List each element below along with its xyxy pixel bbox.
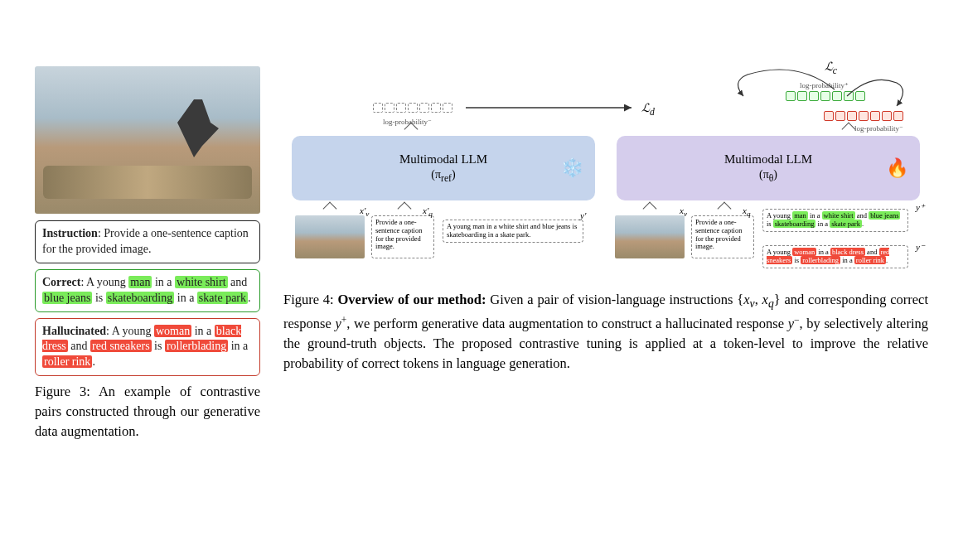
var-y-neg: y⁻ (916, 242, 925, 253)
loss-d-label: ℒd (641, 101, 655, 118)
arrow-up-icon (643, 202, 657, 216)
loss-c-label: ℒc (825, 60, 837, 76)
token-man: man (128, 276, 152, 288)
var-xv-prime: x′v (360, 205, 369, 218)
log-prob-neg-label-right: log-probability⁻ (854, 124, 903, 133)
pi-ref: (πref) (431, 168, 455, 184)
token-white-shirt: white shirt (175, 276, 228, 288)
instruction-label: Instruction (42, 227, 98, 239)
correct-response-box: Correct: A young man in a white shirt an… (35, 269, 260, 312)
token-blue-jeans: blue jeans (42, 292, 92, 304)
var-y-pos: y⁺ (916, 202, 925, 213)
snowflake-icon: ❄️ (561, 157, 583, 179)
var-xq-prime: x′q (423, 205, 433, 218)
token-roller-rink: roller rink (42, 355, 92, 368)
fire-icon: 🔥 (886, 157, 908, 179)
theta-output-tokens-pos (786, 91, 865, 101)
mini-image-left (295, 215, 365, 258)
var-xv: xv (680, 205, 687, 218)
response-neg-box: A young woman in a black dress and red s… (762, 245, 908, 268)
trainable-llm-box: Multimodal LLM (πθ) 🔥 (617, 136, 920, 200)
example-image-skater (35, 66, 260, 214)
token-woman: woman (154, 325, 191, 337)
hallucinated-label: Hallucinated (42, 325, 106, 337)
correct-label: Correct (42, 276, 80, 288)
arrow-up-icon (842, 123, 856, 137)
token-skate-park: skate park (197, 292, 248, 304)
theta-output-tokens-neg (824, 111, 903, 121)
arrow-up-icon (398, 202, 412, 216)
token-skateboarding: skateboarding (106, 292, 175, 304)
figure-row: Instruction: Provide a one-sentence capt… (35, 66, 928, 442)
figure-4: Multimodal LLM (πref) ❄️ Multimodal LLM … (283, 66, 928, 374)
method-diagram: Multimodal LLM (πref) ❄️ Multimodal LLM … (283, 66, 928, 282)
reference-llm-box: Multimodal LLM (πref) ❄️ (292, 136, 595, 200)
hallucinated-response-box: Hallucinated: A young woman in a black d… (35, 318, 260, 377)
figure-3-caption: Figure 3: An example of contrastive pair… (35, 382, 260, 442)
prompt-box-left: Provide a one-sentence caption for the p… (371, 215, 434, 258)
instruction-box: Instruction: Provide a one-sentence capt… (35, 220, 260, 263)
response-pos-box: A young man in a white shirt and blue je… (762, 209, 908, 232)
token-red-sneakers: red sneakers (90, 340, 152, 352)
figure-4-caption: Figure 4: Overview of our method: Given … (283, 290, 928, 374)
prompt-box-right: Provide a one-sentence caption for the p… (691, 215, 754, 258)
var-xq: xq (743, 205, 750, 218)
arrow-up-icon (718, 202, 732, 216)
log-prob-pos-label: log-probability⁺ (800, 81, 849, 89)
var-y-prime: y′ (580, 210, 586, 220)
llm-title-ref: Multimodal LLM (399, 152, 487, 167)
pi-theta: (πθ) (759, 168, 777, 184)
mini-image-right (615, 215, 685, 258)
token-rollerblading: rollerblading (165, 340, 228, 352)
figure-3: Instruction: Provide a one-sentence capt… (35, 66, 260, 442)
llm-title-theta: Multimodal LLM (724, 152, 812, 167)
arrow-up-icon (323, 202, 337, 216)
response-box-left: A young man in a white shirt and blue je… (443, 220, 583, 243)
ref-output-tokens (373, 103, 452, 113)
